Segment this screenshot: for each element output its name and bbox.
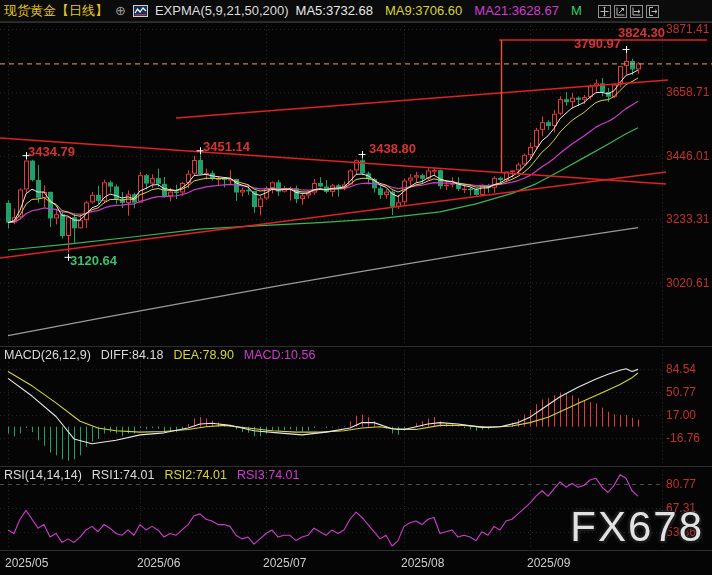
macd-dea-value: DEA:78.90 [173, 348, 233, 362]
price-axis-label-2: 3446.01 [666, 150, 709, 163]
symbol-title: 现货黄金【日线】 [4, 2, 108, 20]
mini-chart-icon [133, 5, 148, 17]
macd-axis-label-2: 17.00 [666, 409, 696, 422]
price-axis-label-1: 3658.71 [666, 86, 709, 99]
price-axis-label-4: 3020.61 [666, 277, 709, 290]
price-axis-label-3: 3233.31 [666, 213, 709, 226]
price-axis-label-0: 3871.41 [666, 23, 709, 36]
ma-value-3: M [571, 3, 582, 18]
circle-plus-icon[interactable]: ⊕ [115, 4, 126, 17]
price-annotation-0: 3434.79 [28, 145, 75, 158]
date-label-2: 2025/07 [263, 556, 306, 570]
macd-axis-label-0: 84.54 [666, 363, 696, 376]
macd-macd-value: MACD:10.56 [244, 348, 316, 362]
date-label-3: 2025/08 [401, 556, 444, 570]
ma-value-0: MA5:3732.68 [296, 3, 373, 18]
ma-values: MA5:3732.68MA9:3706.60MA21:3628.67M [296, 3, 582, 18]
ma-value-2: MA21:3628.67 [474, 3, 559, 18]
rsi-indicator-labels: RSI(14,14,14) RSI1:74.01 RSI2:74.01 RSI3… [4, 468, 299, 482]
price-annotation-1: 3451.14 [203, 140, 250, 153]
macd-axis-label-1: 50.77 [666, 386, 696, 399]
rsi1-value: RSI1:74.01 [92, 468, 155, 482]
watermark: FX678 [570, 503, 704, 551]
price-annotation-4: 3824.30 [618, 26, 665, 39]
rsi2-value: RSI2:74.01 [164, 468, 227, 482]
date-label-1: 2025/06 [137, 556, 180, 570]
macd-name: MACD(26,12,9) [4, 348, 91, 362]
macd-indicator-labels: MACD(26,12,9) DIFF:84.18 DEA:78.90 MACD:… [4, 348, 315, 362]
price-annotation-3: 3790.97 [574, 37, 621, 50]
trading-chart-window: 现货黄金【日线】 ⊕ EXPMA(5,9,21,50,200) MA5:3732… [0, 0, 712, 575]
date-label-0: 2025/05 [5, 556, 48, 570]
price-annotation-2: 3438.80 [369, 142, 416, 155]
x-axis-labels: 2025/052025/062025/072025/082025/09 [0, 555, 712, 573]
rsi-name: RSI(14,14,14) [4, 468, 82, 482]
axis-zoom-icon[interactable] [614, 5, 627, 18]
date-label-4: 2025/09 [527, 556, 570, 570]
chart-canvas[interactable] [0, 0, 712, 575]
price-annotation-5: 3120.64 [70, 254, 117, 267]
move-icon[interactable] [598, 5, 611, 18]
macd-axis-label-3: -16.76 [666, 432, 700, 445]
exit-icon[interactable] [646, 5, 659, 18]
indicator-name: EXPMA(5,9,21,50,200) [155, 3, 289, 18]
rsi-axis-label-0: 80.77 [666, 478, 696, 491]
macd-diff-value: DIFF:84.18 [101, 348, 164, 362]
rsi3-value: RSI3:74.01 [237, 468, 300, 482]
axis-pan-icon[interactable] [630, 5, 643, 18]
ma-value-1: MA9:3706.60 [385, 3, 462, 18]
chart-toolbar [598, 5, 659, 18]
